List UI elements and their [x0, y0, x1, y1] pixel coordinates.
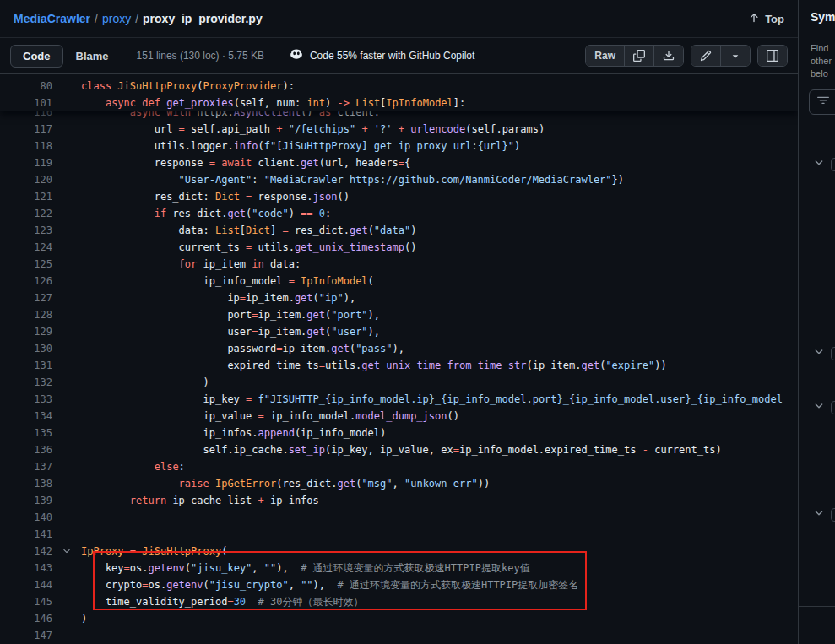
code-line: 131 expired_time_ts=utils.get_unix_time_… [0, 357, 798, 374]
line-number[interactable]: 127 [0, 290, 52, 306]
chevron-down-icon [813, 157, 825, 172]
code-text: ip_key = f"JISUHTTP_{ip_info_model.ip}_{… [81, 391, 783, 408]
code-line: 138 raise IpGetError(res_dict.get("msg",… [0, 475, 798, 492]
back-to-top-button[interactable]: Top [748, 12, 784, 26]
code-text: ip_infos.append(ip_info_model) [81, 425, 386, 441]
code-line: 145 time_validity_period=30 # 30分钟（最长时效） [0, 593, 798, 610]
line-number[interactable]: 126 [0, 273, 52, 290]
copy-icon [633, 50, 645, 62]
line-number[interactable]: 138 [0, 475, 52, 492]
edit-dropdown-button[interactable] [720, 46, 750, 66]
code-text: password=ip_item.get("pass"), [81, 340, 404, 357]
code-text: ) [81, 374, 209, 391]
line-number[interactable]: 141 [0, 526, 52, 543]
line-number[interactable]: 146 [0, 610, 52, 627]
code-lines: 116 async with httpx.AsyncClient() as cl… [0, 74, 798, 644]
code-text: ip_info_model = IpInfoModel( [81, 273, 374, 290]
collapse-chevron-icon[interactable] [52, 543, 81, 560]
arrow-up-icon [748, 12, 760, 26]
copilot-banner-text: Code 55% faster with GitHub Copilot [310, 50, 474, 62]
code-text: data: List[Dict] = res_dict.get("data") [81, 222, 416, 239]
gutter-spacer [52, 458, 81, 475]
gutter-spacer [52, 441, 81, 458]
line-number[interactable]: 124 [0, 239, 52, 256]
breadcrumb: MediaCrawler / proxy / proxy_ip_provider… [0, 0, 798, 37]
tab-blame[interactable]: Blame [63, 45, 122, 68]
symbol-kind-badge [831, 158, 835, 171]
symbols-filter-input[interactable] [809, 89, 835, 115]
breadcrumb-file-name: proxy_ip_provider.py [143, 12, 263, 25]
line-number[interactable]: 130 [0, 340, 52, 357]
code-text: raise IpGetError(res_dict.get("msg", "un… [81, 475, 490, 492]
file-toolbar: Code Blame 151 lines (130 loc) · 5.75 KB… [0, 37, 798, 74]
code-blame-switcher: Code Blame [10, 45, 122, 68]
symbol-tree-item[interactable] [813, 400, 835, 415]
line-number[interactable]: 120 [0, 171, 52, 188]
breadcrumb-folder-link[interactable]: proxy [102, 12, 131, 25]
symbols-panel-title: Sym [811, 10, 835, 24]
symbol-tree-item[interactable] [813, 157, 835, 172]
line-number[interactable]: 123 [0, 222, 52, 239]
line-number[interactable]: 134 [0, 408, 52, 425]
line-number[interactable]: 128 [0, 306, 52, 323]
line-number[interactable]: 144 [0, 576, 52, 593]
gutter-spacer [52, 475, 81, 492]
gutter-spacer [52, 323, 81, 340]
line-number[interactable]: 125 [0, 256, 52, 273]
gutter-spacer [52, 526, 81, 543]
line-number[interactable]: 119 [0, 154, 52, 171]
line-number[interactable]: 147 [0, 627, 52, 644]
line-number[interactable]: 132 [0, 374, 52, 391]
code-text: if res_dict.get("code") == 0: [81, 205, 331, 222]
toolbar-actions: Raw [585, 45, 788, 67]
sidebar-panel-icon [767, 50, 778, 62]
gutter-spacer [52, 374, 81, 391]
line-number[interactable]: 136 [0, 441, 52, 458]
line-number[interactable]: 143 [0, 560, 52, 576]
symbol-tree-item[interactable] [813, 346, 835, 361]
line-number[interactable]: 121 [0, 188, 52, 205]
copilot-icon [290, 48, 303, 64]
code-line: 139 return ip_cache_list + ip_infos [0, 492, 798, 509]
line-number[interactable]: 101 [0, 95, 52, 111]
code-text: else: [81, 458, 185, 475]
line-number[interactable]: 135 [0, 425, 52, 441]
code-line: 144 crypto=os.getenv("jisu_crypto", ""),… [0, 576, 798, 593]
symbol-kind-badge [831, 401, 835, 414]
code-line: 80class JiSuHttpProxy(ProxyProvider): [0, 78, 798, 95]
code-line: 126 ip_info_model = IpInfoModel( [0, 273, 798, 290]
main-column: MediaCrawler / proxy / proxy_ip_provider… [0, 0, 798, 644]
line-number[interactable]: 80 [0, 78, 52, 95]
line-number[interactable]: 145 [0, 593, 52, 610]
line-number[interactable]: 129 [0, 323, 52, 340]
line-number[interactable]: 140 [0, 509, 52, 526]
code-text: response = await client.get(url, headers… [81, 154, 410, 171]
breadcrumb-repo-link[interactable]: MediaCrawler [14, 12, 90, 25]
copilot-banner: Code 55% faster with GitHub Copilot [290, 48, 474, 64]
symbol-tree-item[interactable] [813, 507, 835, 522]
line-number[interactable]: 139 [0, 492, 52, 509]
line-number[interactable]: 131 [0, 357, 52, 374]
download-button[interactable] [653, 46, 683, 66]
code-line: 127 ip=ip_item.get("ip"), [0, 290, 798, 306]
copy-button[interactable] [624, 46, 653, 66]
line-number[interactable]: 137 [0, 458, 52, 475]
line-number[interactable]: 122 [0, 205, 52, 222]
back-to-top-label: Top [765, 13, 784, 25]
raw-button[interactable]: Raw [586, 46, 624, 66]
line-number[interactable]: 118 [0, 138, 52, 154]
code-line: 132 ) [0, 374, 798, 391]
code-panel: 116 async with httpx.AsyncClient() as cl… [0, 74, 798, 644]
edit-button[interactable] [691, 46, 720, 66]
code-text: for ip_item in data: [81, 256, 301, 273]
code-line: 141 [0, 526, 798, 543]
symbols-panel-toggle-button[interactable] [758, 46, 787, 66]
code-line: 133 ip_key = f"JISUHTTP_{ip_info_model.i… [0, 391, 798, 408]
line-number[interactable]: 133 [0, 391, 52, 408]
code-text: ip=ip_item.get("ip"), [81, 290, 355, 306]
line-number[interactable]: 117 [0, 121, 52, 138]
code-line: 143 key=os.getenv("jisu_key", ""), # 通过环… [0, 560, 798, 576]
tab-code[interactable]: Code [10, 45, 63, 68]
line-number[interactable]: 142 [0, 543, 52, 560]
chevron-down-icon [813, 507, 825, 522]
